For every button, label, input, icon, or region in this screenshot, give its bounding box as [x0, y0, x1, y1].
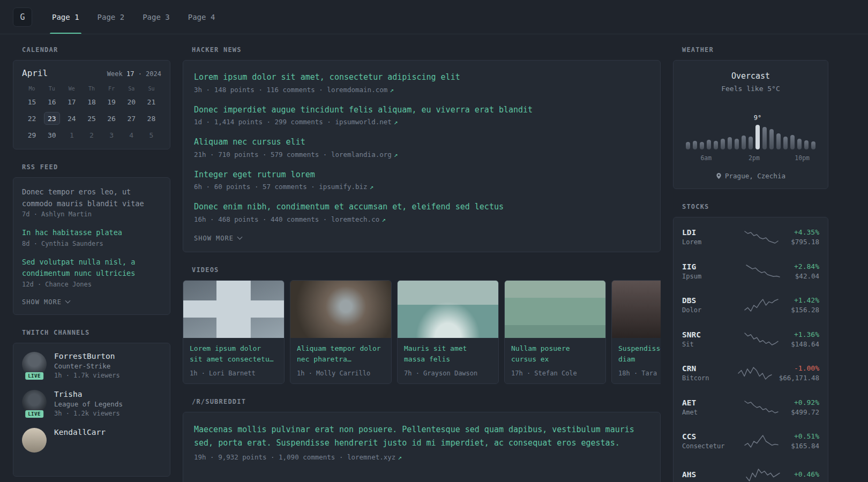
calendar-day: 15	[24, 95, 40, 108]
stock-sparkline	[736, 434, 787, 448]
calendar-day: 4	[123, 129, 139, 141]
story-title[interactable]: Lorem ipsum dolor sit amet, consectetur …	[194, 71, 649, 84]
video-card[interactable]: Aliquam tempor dolor nec pharetra… 1h · …	[290, 280, 392, 384]
video-card[interactable]: Suspendisse diam 18h · Tara	[611, 280, 661, 384]
story-item: Donec imperdiet augue tincidunt felis al…	[194, 104, 649, 126]
right-column: WEATHER Overcast Feels like 5°C 9° 6am 2…	[673, 46, 828, 482]
rss-item-title[interactable]: In hac habitasse platea	[22, 227, 161, 239]
rss-widget: Donec tempor eros leo, ut commodo mauris…	[13, 177, 170, 315]
tab-page-1[interactable]: Page 1	[43, 0, 88, 34]
external-link-icon: ↗	[381, 215, 386, 223]
stock-row[interactable]: IIG Ipsum +2.84% $42.04	[682, 254, 819, 289]
story-title[interactable]: Aliquam nec cursus elit	[194, 136, 649, 148]
video-card[interactable]: Mauris sit amet massa felis 7h · Grayson…	[397, 280, 499, 384]
stock-row[interactable]: SNRC Sit +1.36% $148.64	[682, 322, 819, 357]
story-item: Donec enim nibh, condimentum et accumsan…	[194, 201, 649, 223]
section-hackernews: HACKER NEWS Lorem ipsum dolor sit amet, …	[183, 46, 661, 252]
stock-sparkline	[736, 332, 787, 346]
stock-row[interactable]: CRN Bitcorn -1.00% $66,171.48	[682, 356, 819, 390]
tab-page-3[interactable]: Page 3	[133, 0, 179, 34]
stock-row[interactable]: AET Amet +0.92% $499.72	[682, 390, 819, 425]
stock-row[interactable]: DBS Dolor +1.42% $156.28	[682, 288, 819, 322]
stock-values: +0.46%	[794, 470, 819, 480]
weather-time-label: 6am	[700, 154, 712, 162]
stock-row[interactable]: CCS Consectetur +0.51% $165.84	[682, 424, 819, 458]
stock-row[interactable]: LDI Lorem +4.35% $795.18	[682, 220, 819, 254]
story-domain-link[interactable]: loremdomain.com↗	[327, 86, 393, 94]
tab-page-4[interactable]: Page 4	[179, 0, 225, 34]
story-title[interactable]: Integer eget rutrum lorem	[194, 169, 649, 181]
chevron-down-icon	[237, 235, 243, 240]
videos-row: Lorem ipsum dolor sit amet consectetu… 1…	[183, 280, 661, 384]
calendar-dow: Sa	[128, 86, 134, 92]
story-domain-link[interactable]: loremlandia.org↗	[331, 150, 398, 159]
channel-meta: 1h · 1.7k viewers	[54, 372, 120, 379]
story-meta-text: 6h · 60 points · 57 comments ·	[194, 183, 319, 191]
section-calendar: CALENDAR April Week 17 · 2024 MoTuWeThFr…	[13, 46, 170, 149]
stock-price: $66,171.48	[779, 374, 819, 382]
video-meta: 18h · Tara	[618, 370, 661, 377]
stock-sparkline	[736, 400, 787, 414]
stock-values: +1.42% $156.28	[791, 296, 819, 314]
stock-price: $165.84	[791, 442, 819, 450]
calendar-widget: April Week 17 · 2024 MoTuWeThFrSaSu15161…	[13, 60, 170, 149]
video-card-body: Mauris sit amet massa felis 7h · Grayson…	[398, 338, 498, 383]
twitch-channel-row[interactable]: LIVE ForrestBurton Counter-Strike 1h · 1…	[22, 352, 161, 379]
top-bar: G Page 1 Page 2 Page 3 Page 4	[0, 0, 868, 34]
story-title[interactable]: Donec imperdiet augue tincidunt felis al…	[194, 104, 649, 116]
video-title[interactable]: Nullam posuere cursus ex	[511, 343, 599, 365]
stock-price: $499.72	[791, 408, 819, 416]
story-meta: 3h · 148 points · 116 comments · loremdo…	[194, 86, 649, 94]
calendar-day: 23	[44, 112, 60, 125]
rss-item-title[interactable]: Donec tempor eros leo, ut commodo mauris…	[22, 186, 161, 209]
stock-sparkline	[736, 366, 775, 380]
channel-game: League of Legends	[54, 400, 123, 408]
stock-symbol: DBS	[682, 296, 731, 305]
story-meta-text: 16h · 468 points · 440 comments ·	[194, 215, 331, 223]
tab-page-2[interactable]: Page 2	[88, 0, 134, 34]
weather-bar	[721, 139, 725, 149]
stock-symbol: SNRC	[682, 330, 731, 339]
video-card[interactable]: Nullam posuere cursus ex 17h · Stefan Co…	[504, 280, 606, 384]
hackernews-show-more-button[interactable]: SHOW MORE	[194, 235, 242, 242]
story-title[interactable]: Donec enim nibh, condimentum et accumsan…	[194, 201, 649, 213]
stock-id: IIG Ipsum	[682, 262, 731, 280]
channel-info: Trisha League of Legends 3h · 1.2k viewe…	[54, 390, 123, 417]
story-domain: loremlandia.org	[331, 150, 392, 159]
video-title[interactable]: Suspendisse diam	[618, 343, 661, 365]
stock-row[interactable]: AHS +0.46%	[682, 458, 819, 482]
calendar-day: 25	[84, 112, 100, 125]
calendar-grid: MoTuWeThFrSaSu15161718192021222324252627…	[22, 86, 161, 141]
external-link-icon: ↗	[370, 183, 374, 191]
rss-item-title[interactable]: Sed volutpat nulla nisl, a condimentum n…	[22, 257, 161, 280]
external-link-icon: ↗	[398, 453, 402, 461]
story-domain: ipsumify.biz	[319, 183, 367, 191]
twitch-channel-row[interactable]: LIVE Trisha League of Legends 3h · 1.2k …	[22, 390, 161, 417]
stock-symbol: LDI	[682, 228, 731, 237]
video-title[interactable]: Mauris sit amet massa felis	[404, 343, 492, 365]
video-title[interactable]: Aliquam tempor dolor nec pharetra…	[297, 343, 385, 365]
calendar-week-info: Week 17 · 2024	[107, 70, 161, 78]
post-title[interactable]: Maecenas mollis pulvinar erat non posuer…	[194, 423, 649, 450]
video-card[interactable]: Lorem ipsum dolor sit amet consectetu… 1…	[183, 280, 285, 384]
calendar-day: 5	[143, 129, 159, 141]
stock-values: +2.84% $42.04	[794, 262, 819, 280]
rss-item-meta: 7d · Ashlyn Martin	[22, 210, 161, 218]
story-domain-link[interactable]: loremtech.co↗	[331, 215, 386, 223]
twitch-channel-row[interactable]: KendallCarr	[22, 428, 161, 453]
channel-name[interactable]: ForrestBurton	[54, 352, 120, 360]
channel-name[interactable]: Trisha	[54, 390, 123, 398]
story-domain-link[interactable]: ipsumworld.net↗	[335, 118, 398, 126]
story-domain-link[interactable]: ipsumify.biz↗	[319, 183, 373, 191]
video-meta: 1h · Molly Carrillo	[297, 370, 385, 377]
video-title[interactable]: Lorem ipsum dolor sit amet consectetu…	[190, 343, 278, 365]
channel-name[interactable]: KendallCarr	[54, 428, 106, 436]
stock-symbol: CRN	[682, 364, 731, 373]
post-domain-link[interactable]: loremnet.xyz↗	[347, 453, 402, 461]
rss-show-more-button[interactable]: SHOW MORE	[22, 298, 70, 306]
subreddit-widget: Maecenas mollis pulvinar erat non posuer…	[183, 412, 661, 482]
rss-item: Donec tempor eros leo, ut commodo mauris…	[22, 186, 161, 218]
calendar-day: 17	[64, 95, 80, 108]
rss-show-more-label: SHOW MORE	[22, 298, 62, 306]
calendar-day: 30	[44, 129, 60, 141]
